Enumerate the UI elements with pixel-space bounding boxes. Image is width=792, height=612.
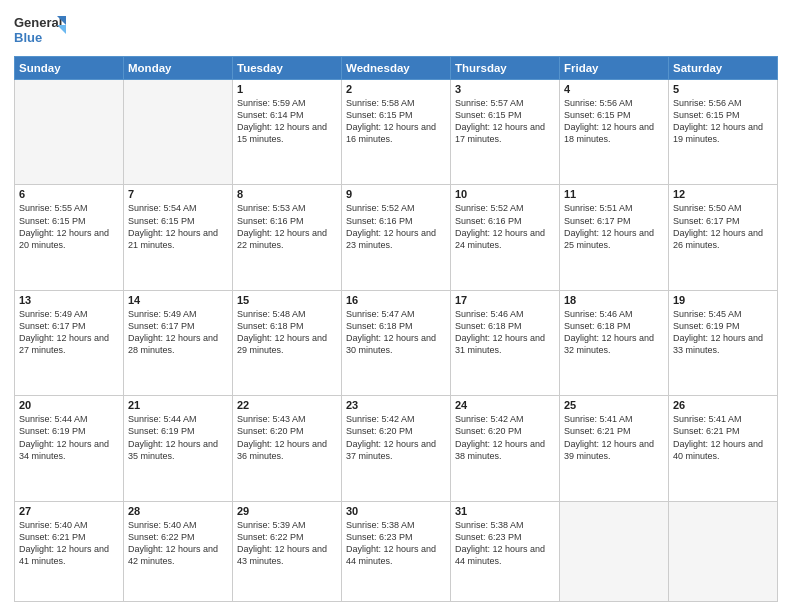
- day-number: 30: [346, 505, 446, 517]
- calendar-cell: 4Sunrise: 5:56 AMSunset: 6:15 PMDaylight…: [560, 80, 669, 185]
- day-number: 16: [346, 294, 446, 306]
- calendar-cell: 26Sunrise: 5:41 AMSunset: 6:21 PMDayligh…: [669, 396, 778, 501]
- calendar-cell: 3Sunrise: 5:57 AMSunset: 6:15 PMDaylight…: [451, 80, 560, 185]
- calendar-cell: 27Sunrise: 5:40 AMSunset: 6:21 PMDayligh…: [15, 501, 124, 601]
- day-number: 9: [346, 188, 446, 200]
- calendar-cell: 7Sunrise: 5:54 AMSunset: 6:15 PMDaylight…: [124, 185, 233, 290]
- calendar-cell: 17Sunrise: 5:46 AMSunset: 6:18 PMDayligh…: [451, 290, 560, 395]
- day-number: 2: [346, 83, 446, 95]
- calendar-cell: [560, 501, 669, 601]
- logo: General Blue: [14, 12, 66, 48]
- weekday-header-sunday: Sunday: [15, 57, 124, 80]
- day-number: 1: [237, 83, 337, 95]
- day-number: 26: [673, 399, 773, 411]
- day-info: Sunrise: 5:54 AMSunset: 6:15 PMDaylight:…: [128, 202, 228, 251]
- calendar-cell: 1Sunrise: 5:59 AMSunset: 6:14 PMDaylight…: [233, 80, 342, 185]
- day-number: 29: [237, 505, 337, 517]
- calendar-cell: 25Sunrise: 5:41 AMSunset: 6:21 PMDayligh…: [560, 396, 669, 501]
- day-number: 3: [455, 83, 555, 95]
- day-number: 6: [19, 188, 119, 200]
- calendar-cell: 24Sunrise: 5:42 AMSunset: 6:20 PMDayligh…: [451, 396, 560, 501]
- day-number: 25: [564, 399, 664, 411]
- day-number: 31: [455, 505, 555, 517]
- calendar-cell: 14Sunrise: 5:49 AMSunset: 6:17 PMDayligh…: [124, 290, 233, 395]
- day-number: 23: [346, 399, 446, 411]
- day-info: Sunrise: 5:42 AMSunset: 6:20 PMDaylight:…: [455, 413, 555, 462]
- day-info: Sunrise: 5:50 AMSunset: 6:17 PMDaylight:…: [673, 202, 773, 251]
- day-number: 22: [237, 399, 337, 411]
- svg-text:General: General: [14, 15, 62, 30]
- day-info: Sunrise: 5:44 AMSunset: 6:19 PMDaylight:…: [128, 413, 228, 462]
- calendar-cell: 21Sunrise: 5:44 AMSunset: 6:19 PMDayligh…: [124, 396, 233, 501]
- weekday-header-thursday: Thursday: [451, 57, 560, 80]
- calendar-cell: 29Sunrise: 5:39 AMSunset: 6:22 PMDayligh…: [233, 501, 342, 601]
- weekday-header-tuesday: Tuesday: [233, 57, 342, 80]
- day-number: 27: [19, 505, 119, 517]
- header: General Blue: [14, 12, 778, 48]
- calendar-cell: 5Sunrise: 5:56 AMSunset: 6:15 PMDaylight…: [669, 80, 778, 185]
- weekday-header-friday: Friday: [560, 57, 669, 80]
- logo-svg: General Blue: [14, 12, 66, 48]
- day-info: Sunrise: 5:46 AMSunset: 6:18 PMDaylight:…: [564, 308, 664, 357]
- calendar-table: SundayMondayTuesdayWednesdayThursdayFrid…: [14, 56, 778, 602]
- day-info: Sunrise: 5:51 AMSunset: 6:17 PMDaylight:…: [564, 202, 664, 251]
- week-row-4: 20Sunrise: 5:44 AMSunset: 6:19 PMDayligh…: [15, 396, 778, 501]
- calendar-cell: 12Sunrise: 5:50 AMSunset: 6:17 PMDayligh…: [669, 185, 778, 290]
- day-number: 13: [19, 294, 119, 306]
- day-info: Sunrise: 5:40 AMSunset: 6:21 PMDaylight:…: [19, 519, 119, 568]
- calendar-cell: 18Sunrise: 5:46 AMSunset: 6:18 PMDayligh…: [560, 290, 669, 395]
- day-info: Sunrise: 5:59 AMSunset: 6:14 PMDaylight:…: [237, 97, 337, 146]
- week-row-1: 1Sunrise: 5:59 AMSunset: 6:14 PMDaylight…: [15, 80, 778, 185]
- day-info: Sunrise: 5:49 AMSunset: 6:17 PMDaylight:…: [128, 308, 228, 357]
- calendar-cell: 13Sunrise: 5:49 AMSunset: 6:17 PMDayligh…: [15, 290, 124, 395]
- calendar-cell: [15, 80, 124, 185]
- day-number: 10: [455, 188, 555, 200]
- day-info: Sunrise: 5:40 AMSunset: 6:22 PMDaylight:…: [128, 519, 228, 568]
- day-number: 20: [19, 399, 119, 411]
- day-info: Sunrise: 5:43 AMSunset: 6:20 PMDaylight:…: [237, 413, 337, 462]
- day-info: Sunrise: 5:49 AMSunset: 6:17 PMDaylight:…: [19, 308, 119, 357]
- week-row-3: 13Sunrise: 5:49 AMSunset: 6:17 PMDayligh…: [15, 290, 778, 395]
- day-number: 18: [564, 294, 664, 306]
- day-info: Sunrise: 5:55 AMSunset: 6:15 PMDaylight:…: [19, 202, 119, 251]
- calendar-cell: 9Sunrise: 5:52 AMSunset: 6:16 PMDaylight…: [342, 185, 451, 290]
- day-info: Sunrise: 5:39 AMSunset: 6:22 PMDaylight:…: [237, 519, 337, 568]
- day-number: 24: [455, 399, 555, 411]
- day-number: 12: [673, 188, 773, 200]
- calendar-cell: 20Sunrise: 5:44 AMSunset: 6:19 PMDayligh…: [15, 396, 124, 501]
- weekday-header-row: SundayMondayTuesdayWednesdayThursdayFrid…: [15, 57, 778, 80]
- day-info: Sunrise: 5:58 AMSunset: 6:15 PMDaylight:…: [346, 97, 446, 146]
- calendar-cell: 2Sunrise: 5:58 AMSunset: 6:15 PMDaylight…: [342, 80, 451, 185]
- calendar-cell: 11Sunrise: 5:51 AMSunset: 6:17 PMDayligh…: [560, 185, 669, 290]
- calendar-cell: 19Sunrise: 5:45 AMSunset: 6:19 PMDayligh…: [669, 290, 778, 395]
- day-info: Sunrise: 5:53 AMSunset: 6:16 PMDaylight:…: [237, 202, 337, 251]
- day-number: 21: [128, 399, 228, 411]
- day-number: 8: [237, 188, 337, 200]
- day-info: Sunrise: 5:47 AMSunset: 6:18 PMDaylight:…: [346, 308, 446, 357]
- calendar-cell: [669, 501, 778, 601]
- day-number: 15: [237, 294, 337, 306]
- calendar-cell: 28Sunrise: 5:40 AMSunset: 6:22 PMDayligh…: [124, 501, 233, 601]
- calendar-cell: 15Sunrise: 5:48 AMSunset: 6:18 PMDayligh…: [233, 290, 342, 395]
- week-row-2: 6Sunrise: 5:55 AMSunset: 6:15 PMDaylight…: [15, 185, 778, 290]
- day-info: Sunrise: 5:52 AMSunset: 6:16 PMDaylight:…: [346, 202, 446, 251]
- day-info: Sunrise: 5:42 AMSunset: 6:20 PMDaylight:…: [346, 413, 446, 462]
- day-info: Sunrise: 5:46 AMSunset: 6:18 PMDaylight:…: [455, 308, 555, 357]
- calendar-cell: 23Sunrise: 5:42 AMSunset: 6:20 PMDayligh…: [342, 396, 451, 501]
- weekday-header-saturday: Saturday: [669, 57, 778, 80]
- day-number: 19: [673, 294, 773, 306]
- day-number: 4: [564, 83, 664, 95]
- calendar-cell: 30Sunrise: 5:38 AMSunset: 6:23 PMDayligh…: [342, 501, 451, 601]
- day-number: 7: [128, 188, 228, 200]
- page-container: General Blue SundayMondayTuesdayWednesda…: [0, 0, 792, 612]
- calendar-cell: 31Sunrise: 5:38 AMSunset: 6:23 PMDayligh…: [451, 501, 560, 601]
- calendar-cell: [124, 80, 233, 185]
- day-info: Sunrise: 5:56 AMSunset: 6:15 PMDaylight:…: [564, 97, 664, 146]
- day-info: Sunrise: 5:38 AMSunset: 6:23 PMDaylight:…: [346, 519, 446, 568]
- day-info: Sunrise: 5:41 AMSunset: 6:21 PMDaylight:…: [564, 413, 664, 462]
- day-info: Sunrise: 5:38 AMSunset: 6:23 PMDaylight:…: [455, 519, 555, 568]
- day-info: Sunrise: 5:56 AMSunset: 6:15 PMDaylight:…: [673, 97, 773, 146]
- day-number: 17: [455, 294, 555, 306]
- day-info: Sunrise: 5:44 AMSunset: 6:19 PMDaylight:…: [19, 413, 119, 462]
- weekday-header-wednesday: Wednesday: [342, 57, 451, 80]
